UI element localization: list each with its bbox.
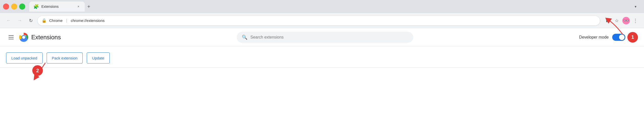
page-title: Extensions [31,34,61,41]
search-input[interactable] [250,35,408,40]
toggle-knob [619,35,625,40]
pack-extension-button[interactable]: Pack extension [47,52,83,63]
menu-icon: ⋮ [633,18,638,24]
load-unpacked-button[interactable]: Load unpacked [6,52,43,63]
reload-button[interactable]: ↻ [26,16,35,25]
bookmark-icon: ☆ [615,18,619,23]
title-bar: 🧩 Extensions × + ▾ [0,0,644,13]
tab-dropdown-button[interactable]: ▾ [632,3,639,10]
minimize-button[interactable] [11,4,17,10]
nav-bar: ← → ↻ 🔒 Chrome | chrome://extensions ⬆ ☆… [0,13,644,28]
page-body [0,68,644,93]
window-controls [3,4,25,10]
avatar-icon: 👓 [623,18,629,23]
bookmark-button[interactable]: ☆ [612,16,621,25]
hamburger-line-2 [9,37,14,38]
hamburger-line-1 [9,35,14,36]
address-url: chrome://extensions [71,18,105,23]
tab-bar: 🧩 Extensions × + ▾ [29,2,641,12]
new-tab-button[interactable]: + [85,3,93,11]
reload-icon: ↻ [29,18,33,23]
developer-mode-label: Developer mode [579,35,609,40]
developer-mode-toggle[interactable] [612,34,625,41]
page-content: Extensions 🔍 Developer mode 1 Load [0,28,644,133]
security-icon: 🔒 [42,18,47,23]
chrome-menu-button[interactable]: ⋮ [631,16,640,25]
share-icon: ⬆ [605,18,609,23]
address-domain: Chrome [49,18,63,23]
annotation-badge-1: 1 [627,32,638,43]
svg-point-2 [22,36,25,39]
tab-title: Extensions [41,5,74,9]
avatar[interactable]: 👓 [622,17,630,24]
address-bar[interactable]: 🔒 Chrome | chrome://extensions [37,16,600,26]
hamburger-icon [9,35,14,39]
search-bar[interactable]: 🔍 [237,32,413,43]
forward-button[interactable]: → [15,16,24,25]
update-button[interactable]: Update [87,52,109,63]
chrome-logo [19,33,28,42]
tab-close-button[interactable]: × [76,4,81,9]
action-bar: Load unpacked Pack extension Update 2 [0,46,644,68]
nav-actions: ⬆ ☆ 👓 ⋮ [602,16,640,25]
annotation-badge-2: 2 [32,65,43,76]
hamburger-menu-button[interactable] [6,32,16,42]
tab-right-area: ▾ [632,3,641,10]
share-button[interactable]: ⬆ [602,16,611,25]
close-button[interactable] [3,4,9,10]
hamburger-line-3 [9,39,14,39]
address-separator: | [66,18,67,23]
search-icon: 🔍 [242,35,247,40]
active-tab[interactable]: 🧩 Extensions × [29,2,85,12]
back-icon: ← [6,18,11,23]
back-button[interactable]: ← [4,16,13,25]
forward-icon: → [17,18,22,23]
maximize-button[interactable] [19,4,25,10]
tab-extension-icon: 🧩 [33,4,39,9]
extensions-header: Extensions 🔍 Developer mode 1 [0,28,644,46]
